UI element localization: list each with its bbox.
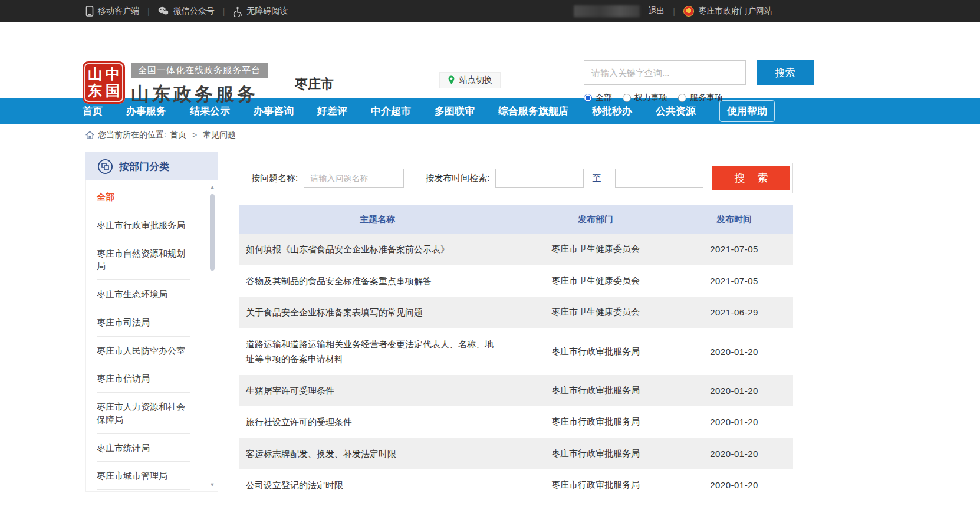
question-title-link[interactable]: 道路运输和道路运输相关业务经营者变更法定代表人、名称、地址等事项的备案申请材料 bbox=[239, 328, 516, 375]
department-sidebar: 按部门分类 全部枣庄市行政审批服务局枣庄市自然资源和规划局枣庄市生态环境局枣庄市… bbox=[85, 152, 218, 492]
home-icon bbox=[85, 131, 94, 139]
department-cell: 枣庄市卫生健康委员会 bbox=[516, 275, 675, 287]
breadcrumb: 您当前所在的位置: 首页 > 常见问题 bbox=[0, 124, 980, 146]
site-header: 山中东国 全国一体化在线政务服务平台 山东政务服务 枣庄市 站点切换 搜索 全部… bbox=[0, 22, 980, 98]
department-cell: 枣庄市行政审批服务局 bbox=[516, 346, 675, 357]
mobile-app-link[interactable]: 移动客户端 bbox=[85, 6, 139, 17]
department-item[interactable]: 枣庄市人力资源和社会保障局 bbox=[97, 393, 190, 434]
table-row: 客运标志牌配发、换发、补发法定时限 枣庄市行政审批服务局 2020-01-20 bbox=[239, 438, 793, 470]
question-title-link[interactable]: 如何填报《山东省食品安全企业标准备案前公示表》 bbox=[239, 234, 516, 265]
department-item[interactable]: 枣庄市人民防空办公室 bbox=[97, 337, 190, 365]
sidebar-scrollbar[interactable]: ▲ ▼ bbox=[209, 184, 216, 488]
department-item[interactable]: 枣庄市司法局 bbox=[97, 308, 190, 337]
filter-search-button[interactable]: 搜 索 bbox=[712, 166, 790, 190]
department-list: 全部枣庄市行政审批服务局枣庄市自然资源和规划局枣庄市生态环境局枣庄市司法局枣庄市… bbox=[85, 180, 218, 492]
wechat-account-link[interactable]: 微信公众号 bbox=[158, 6, 215, 17]
seal-char: 东 bbox=[86, 83, 104, 99]
keyword-search-input[interactable] bbox=[584, 60, 746, 85]
table-body: 如何填报《山东省食品安全企业标准备案前公示表》 枣庄市卫生健康委员会 2021-… bbox=[239, 234, 793, 501]
breadcrumb-home-link[interactable]: 首页 bbox=[170, 130, 186, 140]
search-scope-radio[interactable]: 权力事项 bbox=[623, 93, 667, 103]
department-category-icon bbox=[97, 159, 113, 175]
platform-badge: 全国一体化在线政务服务平台 bbox=[131, 63, 268, 78]
date-from-input[interactable] bbox=[495, 169, 584, 188]
nav-item[interactable]: 公共资源 bbox=[656, 104, 696, 118]
table-row: 生猪屠宰许可受理条件 枣庄市行政审批服务局 2020-01-20 bbox=[239, 375, 793, 407]
wechat-icon bbox=[158, 6, 169, 16]
radio-label: 服务事项 bbox=[690, 93, 723, 103]
table-row: 谷物及其制品的食品安全标准备案重点事项解答 枣庄市卫生健康委员会 2021-07… bbox=[239, 265, 793, 297]
logout-link[interactable]: 退出 bbox=[648, 6, 665, 17]
breadcrumb-separator: > bbox=[192, 130, 197, 140]
department-item[interactable]: 枣庄市生态环境局 bbox=[97, 280, 190, 308]
department-item[interactable]: 枣庄市城市管理局 bbox=[97, 462, 190, 490]
table-row: 旅行社设立许可的受理条件 枣庄市行政审批服务局 2020-01-20 bbox=[239, 406, 793, 438]
header-search-area: 搜索 全部 权力事项 服务事项 bbox=[584, 60, 814, 103]
shandong-seal-logo: 山中东国 bbox=[83, 61, 125, 104]
department-cell: 枣庄市卫生健康委员会 bbox=[516, 307, 675, 318]
department-cell: 枣庄市卫生健康委员会 bbox=[516, 244, 675, 255]
seal-char: 国 bbox=[104, 83, 121, 99]
question-title-link[interactable]: 公司设立登记的法定时限 bbox=[239, 469, 516, 501]
question-name-input[interactable] bbox=[304, 169, 404, 188]
scroll-down-icon[interactable]: ▼ bbox=[210, 482, 215, 488]
nav-item[interactable]: 使用帮助 bbox=[719, 100, 775, 122]
nav-item[interactable]: 好差评 bbox=[317, 104, 347, 118]
radio-icon bbox=[678, 94, 686, 102]
sidebar-title: 按部门分类 bbox=[119, 160, 169, 173]
site-switch-button[interactable]: 站点切换 bbox=[439, 72, 501, 88]
publish-date-label: 按发布时间检索: bbox=[425, 173, 489, 184]
radio-icon bbox=[623, 94, 631, 102]
nav-item[interactable]: 中介超市 bbox=[371, 104, 411, 118]
column-header-date: 发布时间 bbox=[675, 214, 793, 225]
date-cell: 2021-06-29 bbox=[675, 307, 793, 317]
question-title-link[interactable]: 客运标志牌配发、换发、补发法定时限 bbox=[239, 438, 516, 470]
scroll-up-icon[interactable]: ▲ bbox=[210, 184, 215, 190]
top-utility-bar: 移动客户端 | 微信公众号 | 无障碍阅读 退出 | 枣庄市政府门户网站 bbox=[0, 0, 980, 22]
breadcrumb-current: 常见问题 bbox=[203, 130, 236, 140]
table-header-row: 主题名称 发布部门 发布时间 bbox=[239, 205, 793, 234]
scroll-track[interactable] bbox=[210, 192, 215, 480]
question-title-link[interactable]: 旅行社设立许可的受理条件 bbox=[239, 406, 516, 438]
national-emblem-icon bbox=[683, 6, 694, 17]
date-cell: 2021-07-05 bbox=[675, 276, 793, 286]
seal-char: 山 bbox=[86, 66, 104, 83]
date-cell: 2021-07-05 bbox=[675, 244, 793, 254]
header-search-button[interactable]: 搜索 bbox=[757, 60, 814, 85]
location-pin-icon bbox=[448, 75, 455, 86]
date-cell: 2020-01-20 bbox=[675, 386, 793, 396]
site-switch-label: 站点切换 bbox=[459, 75, 492, 86]
accessibility-link[interactable]: 无障碍阅读 bbox=[233, 6, 288, 17]
nav-item[interactable]: 多图联审 bbox=[435, 104, 475, 118]
portal-link[interactable]: 枣庄市政府门户网站 bbox=[683, 6, 772, 17]
accessibility-icon bbox=[233, 6, 242, 17]
department-item[interactable]: 枣庄市行政审批服务局 bbox=[97, 211, 190, 239]
search-scope-radio[interactable]: 服务事项 bbox=[678, 93, 723, 103]
date-to-label: 至 bbox=[592, 173, 601, 184]
faq-table: 主题名称 发布部门 发布时间 如何填报《山东省食品安全企业标准备案前公示表》 枣… bbox=[239, 205, 793, 501]
accessibility-label: 无障碍阅读 bbox=[246, 6, 288, 17]
department-item[interactable]: 全部 bbox=[97, 183, 190, 211]
seal-char: 中 bbox=[104, 66, 121, 83]
question-title-link[interactable]: 关于食品安全企业标准备案表填写的常见问题 bbox=[239, 297, 516, 328]
scroll-thumb[interactable] bbox=[210, 194, 215, 271]
table-row: 如何填报《山东省食品安全企业标准备案前公示表》 枣庄市卫生健康委员会 2021-… bbox=[239, 234, 793, 265]
department-item[interactable]: 枣庄市信访局 bbox=[97, 364, 190, 393]
table-row: 公司设立登记的法定时限 枣庄市行政审批服务局 2020-01-20 bbox=[239, 469, 793, 501]
table-row: 关于食品安全企业标准备案表填写的常见问题 枣庄市卫生健康委员会 2021-06-… bbox=[239, 297, 793, 328]
nav-item[interactable]: 首页 bbox=[83, 104, 103, 118]
date-to-input[interactable] bbox=[615, 169, 703, 188]
question-title-link[interactable]: 谷物及其制品的食品安全标准备案重点事项解答 bbox=[239, 265, 516, 297]
nav-item[interactable]: 综合服务旗舰店 bbox=[498, 104, 568, 118]
question-title-link[interactable]: 生猪屠宰许可受理条件 bbox=[239, 375, 516, 407]
search-scope-radios: 全部 权力事项 服务事项 bbox=[584, 93, 814, 103]
department-item[interactable]: 枣庄市统计局 bbox=[97, 434, 190, 462]
mobile-app-label: 移动客户端 bbox=[98, 6, 139, 17]
nav-item[interactable]: 秒批秒办 bbox=[592, 104, 632, 118]
date-cell: 2020-01-20 bbox=[675, 480, 793, 490]
search-scope-radio[interactable]: 全部 bbox=[584, 93, 612, 103]
department-item[interactable]: 枣庄市公安局 bbox=[97, 490, 190, 492]
department-cell: 枣庄市行政审批服务局 bbox=[516, 385, 675, 396]
divider: | bbox=[223, 6, 225, 16]
department-item[interactable]: 枣庄市自然资源和规划局 bbox=[97, 239, 190, 281]
